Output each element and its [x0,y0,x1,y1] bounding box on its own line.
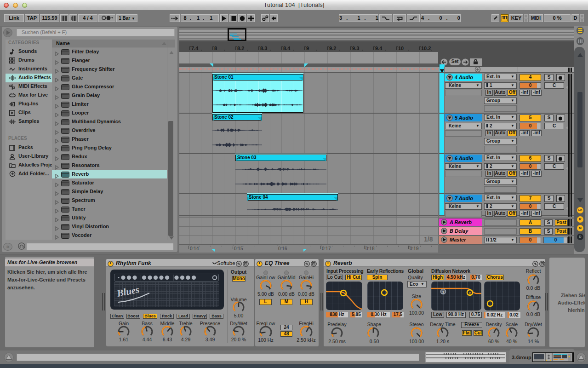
svg-text:Blues: Blues [116,284,140,299]
